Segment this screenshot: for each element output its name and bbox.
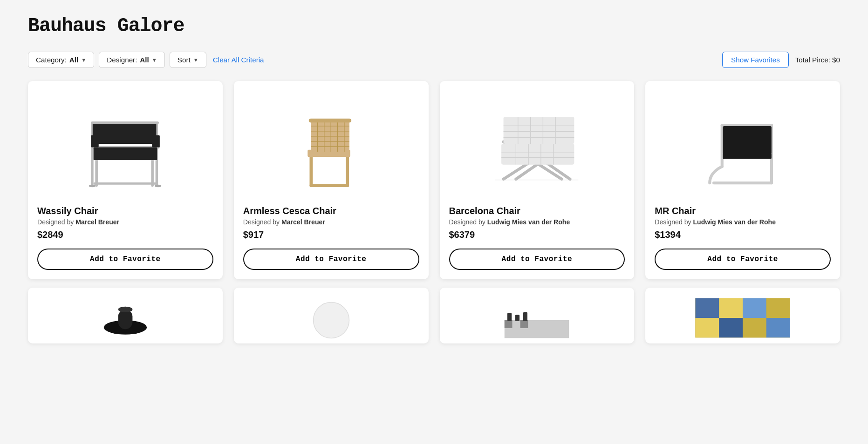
partial-card-p8 bbox=[645, 288, 840, 343]
product-image-mr-chair bbox=[655, 90, 831, 197]
svg-rect-65 bbox=[505, 320, 513, 328]
category-arrow-icon: ▼ bbox=[81, 57, 86, 63]
svg-rect-73 bbox=[696, 298, 719, 318]
product-price-wassily-chair: $2849 bbox=[37, 229, 63, 240]
designer-filter[interactable]: Designer: All ▼ bbox=[99, 52, 165, 68]
product-name-mr-chair: MR Chair bbox=[655, 206, 696, 216]
category-label: Category: bbox=[36, 56, 67, 64]
svg-rect-71 bbox=[523, 312, 527, 321]
svg-rect-77 bbox=[696, 318, 719, 337]
product-designer-wassily-chair: Designed by Marcel Breuer bbox=[37, 218, 119, 226]
partial-card-p6 bbox=[234, 288, 429, 343]
svg-rect-66 bbox=[513, 320, 520, 328]
total-price: Total Pirce: $0 bbox=[795, 56, 840, 64]
svg-rect-79 bbox=[743, 318, 766, 337]
product-designer-armless-cesca-chair: Designed by Marcel Breuer bbox=[243, 218, 325, 226]
clear-all-button[interactable]: Clear All Criteria bbox=[213, 56, 264, 64]
svg-rect-69 bbox=[507, 313, 512, 321]
products-grid: Wassily Chair Designed by Marcel Breuer … bbox=[28, 81, 840, 279]
svg-rect-18 bbox=[311, 120, 349, 152]
add-favorite-button-barcelona-chair[interactable]: Add to Favorite bbox=[449, 249, 625, 270]
svg-rect-74 bbox=[719, 298, 743, 318]
product-card-barcelona-chair: Barcelona Chair Designed by Ludwig Mies … bbox=[440, 81, 635, 279]
sort-arrow-icon: ▼ bbox=[193, 57, 198, 63]
svg-point-61 bbox=[118, 307, 132, 312]
sort-filter[interactable]: Sort ▼ bbox=[170, 52, 206, 68]
svg-rect-9 bbox=[91, 121, 159, 124]
svg-rect-7 bbox=[91, 135, 99, 148]
product-image-armless-cesca-chair bbox=[243, 90, 419, 197]
product-card-mr-chair: MR Chair Designed by Ludwig Mies van der… bbox=[645, 81, 840, 279]
svg-rect-68 bbox=[528, 320, 536, 328]
app-title: Bauhaus Galore bbox=[28, 15, 840, 37]
svg-point-11 bbox=[89, 185, 96, 188]
category-filter[interactable]: Category: All ▼ bbox=[28, 52, 94, 68]
partial-products-grid bbox=[28, 288, 840, 343]
product-name-armless-cesca-chair: Armless Cesca Chair bbox=[243, 206, 336, 216]
add-favorite-button-mr-chair[interactable]: Add to Favorite bbox=[655, 249, 831, 270]
show-favorites-button[interactable]: Show Favorites bbox=[722, 52, 789, 68]
designer-label: Designer: bbox=[107, 56, 137, 64]
svg-rect-60 bbox=[118, 309, 132, 329]
svg-rect-41 bbox=[504, 117, 574, 144]
partial-card-p5 bbox=[28, 288, 223, 343]
product-price-mr-chair: $1394 bbox=[655, 229, 681, 240]
svg-rect-80 bbox=[766, 318, 790, 337]
svg-rect-29 bbox=[308, 119, 351, 122]
product-designer-barcelona-chair: Designed by Ludwig Mies van der Rohe bbox=[449, 218, 570, 226]
svg-rect-14 bbox=[309, 184, 349, 187]
product-price-barcelona-chair: $6379 bbox=[449, 229, 475, 240]
svg-rect-34 bbox=[501, 144, 574, 165]
category-value: All bbox=[69, 56, 78, 64]
svg-rect-13 bbox=[309, 152, 313, 187]
product-price-armless-cesca-chair: $917 bbox=[243, 229, 264, 240]
product-name-wassily-chair: Wassily Chair bbox=[37, 206, 98, 216]
svg-rect-78 bbox=[719, 318, 743, 337]
svg-rect-10 bbox=[94, 182, 157, 185]
product-designer-mr-chair: Designed by Ludwig Mies van der Rohe bbox=[655, 218, 776, 226]
svg-rect-6 bbox=[93, 122, 157, 144]
toolbar: Category: All ▼ Designer: All ▼ Sort ▼ C… bbox=[28, 52, 840, 68]
add-favorite-button-armless-cesca-chair[interactable]: Add to Favorite bbox=[243, 249, 419, 270]
svg-rect-58 bbox=[724, 127, 771, 153]
product-card-armless-cesca-chair: Armless Cesca Chair Designed by Marcel B… bbox=[234, 81, 429, 279]
svg-rect-76 bbox=[766, 298, 790, 318]
svg-point-12 bbox=[155, 185, 162, 188]
product-card-wassily-chair: Wassily Chair Designed by Marcel Breuer … bbox=[28, 81, 223, 279]
designer-arrow-icon: ▼ bbox=[152, 57, 157, 63]
product-image-wassily-chair bbox=[37, 90, 213, 197]
svg-rect-70 bbox=[515, 315, 519, 321]
toolbar-right: Show Favorites Total Pirce: $0 bbox=[722, 52, 840, 68]
product-name-barcelona-chair: Barcelona Chair bbox=[449, 206, 520, 216]
designer-value: All bbox=[140, 56, 149, 64]
svg-rect-67 bbox=[520, 320, 528, 328]
svg-rect-5 bbox=[94, 147, 157, 160]
product-image-barcelona-chair bbox=[449, 90, 625, 197]
svg-rect-8 bbox=[152, 135, 160, 148]
partial-card-p7 bbox=[440, 288, 635, 343]
add-favorite-button-wassily-chair[interactable]: Add to Favorite bbox=[37, 249, 213, 270]
sort-label: Sort bbox=[178, 56, 191, 64]
svg-rect-75 bbox=[743, 298, 766, 318]
